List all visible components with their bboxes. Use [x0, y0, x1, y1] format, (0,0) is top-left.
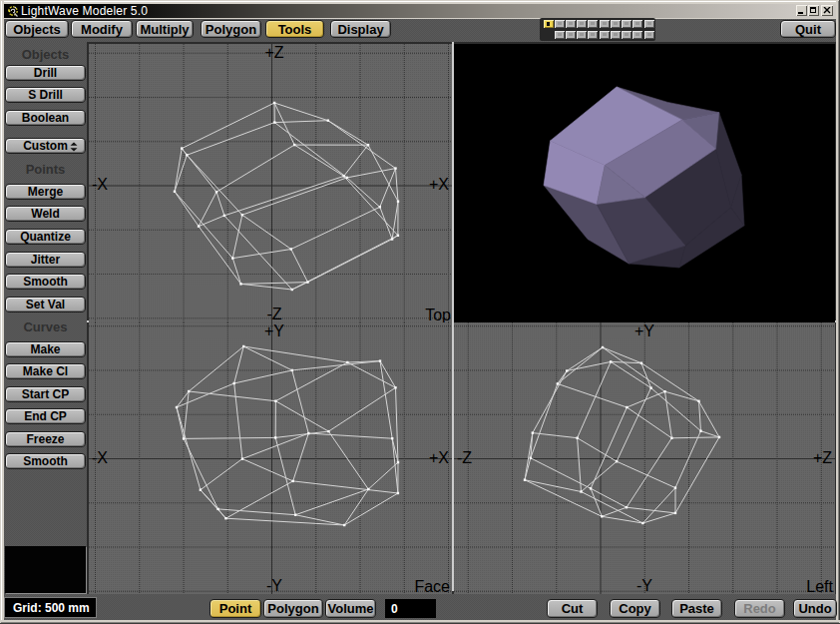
svg-text:+X: +X — [429, 176, 449, 193]
svg-text:-Z: -Z — [266, 306, 281, 322]
svg-text:Top: Top — [425, 307, 451, 322]
svg-text:-Z: -Z — [457, 449, 472, 466]
svg-text:Face: Face — [414, 578, 450, 594]
svg-text:Left: Left — [806, 578, 833, 594]
svg-text:+Y: +Y — [264, 322, 284, 339]
svg-text:+Z: +Z — [264, 44, 283, 61]
svg-text:+Z: +Z — [813, 449, 832, 466]
svg-text:-Y: -Y — [636, 577, 652, 594]
svg-text:+Y: +Y — [634, 322, 654, 339]
svg-text:-X: -X — [92, 449, 108, 466]
svg-text:+X: +X — [429, 449, 449, 466]
svg-text:-X: -X — [92, 176, 108, 193]
svg-text:-Y: -Y — [266, 577, 282, 594]
